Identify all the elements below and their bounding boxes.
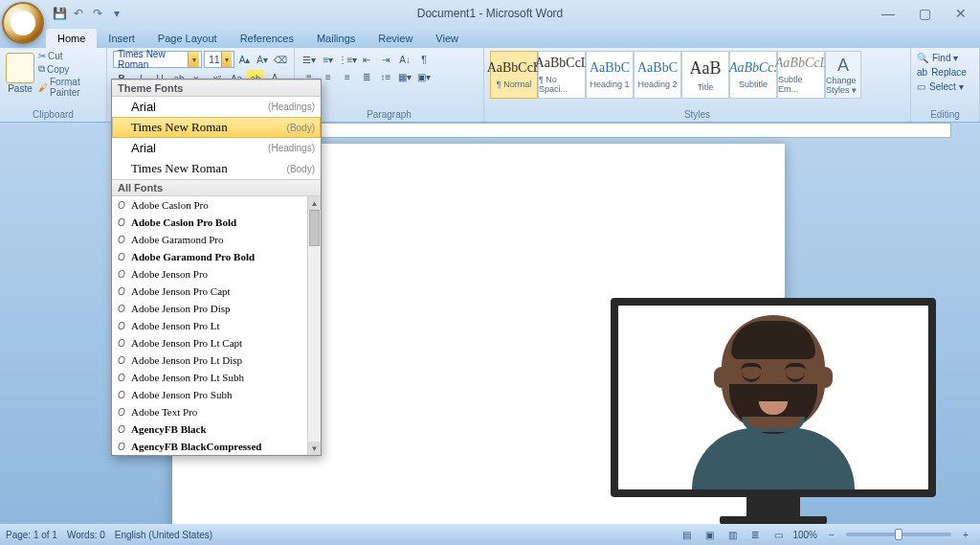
zoom-in-button[interactable]: + xyxy=(957,526,974,543)
find-icon: 🔍 xyxy=(917,53,928,63)
grow-font-button[interactable]: A▴ xyxy=(236,51,253,68)
font-name-combo[interactable]: Times New Roman ▾ xyxy=(113,51,202,68)
chevron-down-icon[interactable]: ▾ xyxy=(221,52,232,67)
font-list-scrollbar[interactable]: ▲ ▼ xyxy=(307,196,321,455)
font-option[interactable]: Adobe Jenson Pro Lt xyxy=(112,317,307,334)
minimize-button[interactable]: — xyxy=(875,3,902,24)
style-tile-heading2[interactable]: AaBbCHeading 2 xyxy=(634,51,681,99)
font-option[interactable]: Adobe Jenson Pro Subh xyxy=(112,386,307,403)
format-painter-button[interactable]: 🖌Format Painter xyxy=(38,77,100,98)
brush-icon: 🖌 xyxy=(38,82,48,93)
style-tile-heading1[interactable]: AaBbCHeading 1 xyxy=(586,51,634,99)
indent-inc-button[interactable]: ⇥ xyxy=(377,51,394,68)
status-words[interactable]: Words: 0 xyxy=(67,530,105,540)
align-right-button[interactable]: ≡ xyxy=(339,68,356,85)
line-spacing-button[interactable]: ↕≡ xyxy=(377,68,394,85)
font-option[interactable]: AgencyFB Black xyxy=(112,420,307,438)
bullets-button[interactable]: ☰▾ xyxy=(301,51,318,68)
select-button[interactable]: ▭Select ▾ xyxy=(917,79,973,94)
font-option[interactable]: Adobe Jenson Pro xyxy=(112,265,307,283)
tab-page-layout[interactable]: Page Layout xyxy=(146,29,229,48)
replace-icon: ab xyxy=(917,67,927,78)
tab-insert[interactable]: Insert xyxy=(97,29,146,48)
scroll-down-icon[interactable]: ▼ xyxy=(308,442,321,455)
zoom-value[interactable]: 100% xyxy=(792,530,817,540)
view-outline-button[interactable]: ≣ xyxy=(746,526,764,543)
show-marks-button[interactable]: ¶ xyxy=(415,51,433,68)
font-option[interactable]: Adobe Jenson Pro Disp xyxy=(112,300,307,317)
save-icon[interactable]: 💾 xyxy=(52,6,67,21)
font-option[interactable]: Arial(Headings) xyxy=(112,138,321,158)
quick-access-toolbar: 💾 ↶ ↷ ▾ xyxy=(52,0,124,27)
view-full-screen-button[interactable]: ▣ xyxy=(701,526,718,543)
align-center-button[interactable]: ≡ xyxy=(320,68,337,85)
indent-dec-button[interactable]: ⇤ xyxy=(358,51,375,68)
style-tile-normal[interactable]: AaBbCcL¶ Normal xyxy=(490,51,538,99)
shading-button[interactable]: ▦▾ xyxy=(396,68,413,85)
tab-mailings[interactable]: Mailings xyxy=(305,29,367,48)
view-draft-button[interactable]: ▭ xyxy=(769,526,787,543)
find-button[interactable]: 🔍Find ▾ xyxy=(917,51,973,65)
select-icon: ▭ xyxy=(917,81,925,92)
view-print-layout-button[interactable]: ▤ xyxy=(678,526,695,543)
change-styles-button[interactable]: A Change Styles ▾ xyxy=(825,51,861,99)
all-fonts-header: All Fonts xyxy=(112,179,321,196)
font-option[interactable]: Times New Roman(Body) xyxy=(112,158,321,179)
close-button[interactable]: ✕ xyxy=(947,3,974,24)
style-tile-nospacing[interactable]: AaBbCcL¶ No Spaci... xyxy=(538,51,586,99)
zoom-slider[interactable] xyxy=(846,533,951,536)
style-tile-subtle-em[interactable]: AaBbCcLSubtle Em... xyxy=(777,51,825,99)
copy-button[interactable]: ⧉Copy xyxy=(38,63,100,75)
font-option[interactable]: Adobe Jenson Pro Lt Disp xyxy=(112,352,307,369)
tab-view[interactable]: View xyxy=(424,29,470,48)
tab-references[interactable]: References xyxy=(229,29,305,48)
shrink-font-button[interactable]: A▾ xyxy=(255,51,271,68)
font-size-combo[interactable]: 11 ▾ xyxy=(204,51,234,68)
replace-button[interactable]: abReplace xyxy=(917,65,973,79)
clipboard-group-label: Clipboard xyxy=(6,107,100,122)
paste-button[interactable]: Paste xyxy=(6,51,34,98)
maximize-button[interactable]: ▢ xyxy=(911,3,938,24)
style-tile-subtitle[interactable]: AaBbCc.Subtitle xyxy=(729,51,777,99)
qat-more-icon[interactable]: ▾ xyxy=(109,6,124,21)
font-option[interactable]: Adobe Jenson Pro Lt Subh xyxy=(112,369,307,386)
theme-fonts-header: Theme Fonts xyxy=(112,79,321,97)
scissors-icon: ✂ xyxy=(38,51,46,61)
view-web-layout-button[interactable]: ▥ xyxy=(724,526,741,543)
clear-format-button[interactable]: ⌫ xyxy=(272,51,288,68)
styles-gallery[interactable]: AaBbCcL¶ Normal AaBbCcL¶ No Spaci... AaB… xyxy=(490,51,825,99)
multilevel-button[interactable]: ⋮≡▾ xyxy=(339,51,356,68)
scroll-thumb[interactable] xyxy=(309,210,320,246)
chevron-down-icon[interactable]: ▾ xyxy=(188,52,199,67)
sort-button[interactable]: A↓ xyxy=(396,51,413,68)
tab-review[interactable]: Review xyxy=(367,29,424,48)
justify-button[interactable]: ≣ xyxy=(358,68,375,85)
font-option[interactable]: Adobe Caslon Pro Bold xyxy=(112,214,307,231)
font-option[interactable]: Times New Roman(Body) xyxy=(112,117,321,138)
paragraph-group-label: Paragraph xyxy=(301,107,478,122)
font-option[interactable]: Adobe Garamond Pro Bold xyxy=(112,248,307,265)
borders-button[interactable]: ▣▾ xyxy=(415,68,433,85)
status-page[interactable]: Page: 1 of 1 xyxy=(6,530,57,540)
status-bar: Page: 1 of 1 Words: 0 English (United St… xyxy=(0,524,980,545)
instructor-avatar xyxy=(702,315,845,489)
status-language[interactable]: English (United States) xyxy=(115,530,212,540)
font-option[interactable]: Adobe Garamond Pro xyxy=(112,231,307,248)
redo-icon[interactable]: ↷ xyxy=(90,6,105,21)
editing-group-label: Editing xyxy=(917,107,973,122)
tab-home[interactable]: Home xyxy=(46,29,97,48)
copy-icon: ⧉ xyxy=(38,63,45,75)
font-option[interactable]: Arial(Headings) xyxy=(112,97,321,117)
font-option[interactable]: AgencyFB BlackCompressed xyxy=(112,438,307,455)
scroll-up-icon[interactable]: ▲ xyxy=(308,196,321,210)
zoom-out-button[interactable]: − xyxy=(823,526,840,543)
numbering-button[interactable]: ≡▾ xyxy=(320,51,337,68)
style-tile-title[interactable]: AaBTitle xyxy=(681,51,729,99)
office-button[interactable] xyxy=(2,2,44,44)
font-option[interactable]: Adobe Text Pro xyxy=(112,403,307,420)
undo-icon[interactable]: ↶ xyxy=(71,6,86,21)
font-option[interactable]: Adobe Caslon Pro xyxy=(112,196,307,214)
font-option[interactable]: Adobe Jenson Pro Lt Capt xyxy=(112,334,307,352)
font-option[interactable]: Adobe Jenson Pro Capt xyxy=(112,283,307,300)
cut-button[interactable]: ✂Cut xyxy=(38,51,100,61)
